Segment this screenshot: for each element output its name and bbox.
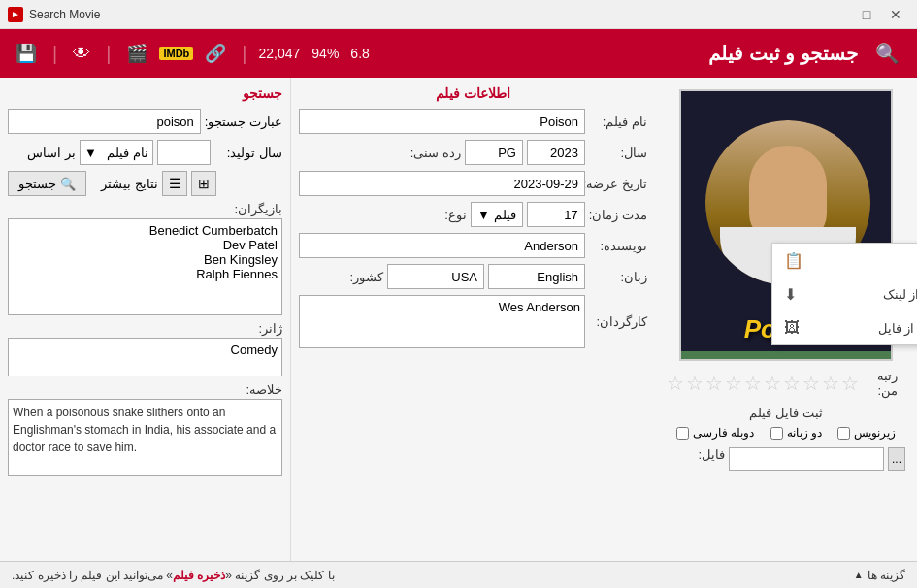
star-7[interactable]: ☆ — [783, 372, 801, 395]
basis-chevron-icon: ▼ — [84, 146, 97, 160]
form-row-rating-year: سال: رده سنی: — [299, 140, 647, 165]
file-label: فایل: — [667, 447, 725, 471]
context-download[interactable]: دانلود از لینک ⬇ — [772, 278, 917, 311]
actor-item: Benedict Cumberbatch — [13, 223, 278, 238]
form-row-type-dur: مدت زمان: فیلم ▼ نوع: — [299, 202, 647, 227]
duration-input[interactable] — [527, 202, 585, 227]
poster-panel: Poison Paste 📋 دانلود از لینک ⬇ انتخاب ا… — [655, 78, 917, 561]
actor-item: Dev Patel — [13, 238, 278, 252]
save-film-link[interactable]: ذخیره فیلم — [173, 569, 225, 582]
film-info-header: اطلاعات فیلم — [299, 85, 647, 101]
dual-lang-checkbox[interactable] — [770, 427, 783, 440]
year-search-input[interactable] — [157, 140, 211, 165]
year-label: سال: — [589, 146, 647, 160]
search-panel: جستجو عبارت جستجو: سال تولید: نام فیلم ▼… — [0, 78, 291, 561]
grid-view-button[interactable]: ⊞ — [191, 171, 216, 196]
country-label: کشور: — [325, 270, 383, 284]
stat-percent: 94% — [311, 46, 339, 61]
context-select-file[interactable]: انتخاب از فایل 🖼 — [772, 311, 917, 344]
select-file-label: انتخاب از فایل — [878, 321, 917, 336]
summary-section: خلاصه: When a poisonous snake slithers o… — [8, 382, 282, 476]
toolbar-title: جستجو و ثبت فیلم — [708, 42, 858, 65]
search-button[interactable]: 🔍 جستجو — [8, 171, 86, 196]
writer-label: نویسنده: — [589, 239, 647, 253]
close-button[interactable]: ✕ — [882, 5, 909, 24]
rating-label: رده سنی: — [403, 146, 461, 160]
star-1[interactable]: ☆ — [667, 372, 684, 395]
stars-container: ☆ ☆ ☆ ☆ ☆ ☆ ☆ ☆ ☆ ☆ — [667, 372, 859, 395]
form-row-country-lang: زبان: کشور: — [299, 264, 647, 289]
basis-value: نام فیلم — [107, 146, 148, 160]
type-chevron-icon: ▼ — [477, 208, 490, 222]
writer-input[interactable] — [299, 233, 585, 258]
actors-section: بازیگران: Benedict Cumberbatch Dev Patel… — [8, 202, 282, 315]
year-input[interactable] — [527, 140, 585, 165]
director-label: کارگردان: — [589, 314, 647, 329]
search-header: جستجو — [8, 85, 282, 101]
summary-label: خلاصه: — [8, 382, 282, 397]
context-menu: Paste 📋 دانلود از لینک ⬇ انتخاب از فایل … — [771, 243, 917, 345]
maximize-button[interactable]: □ — [853, 5, 880, 24]
search-year-row: سال تولید: نام فیلم ▼ بر اساس — [8, 140, 282, 165]
persian-dub-checkbox[interactable] — [676, 427, 689, 440]
file-input-row: ... فایل: — [667, 447, 905, 471]
actors-list: Benedict Cumberbatch Dev Patel Ben Kings… — [8, 218, 282, 315]
star-9[interactable]: ☆ — [822, 372, 839, 395]
right-panels: اطلاعات فیلم نام فیلم: سال: رده سنی: تار… — [0, 78, 655, 561]
type-value: فیلم — [494, 208, 516, 222]
rating-input[interactable] — [465, 140, 523, 165]
browse-button[interactable]: ... — [888, 447, 905, 471]
subtitle-checkbox[interactable] — [837, 427, 850, 440]
search-btn-icon: 🔍 — [60, 177, 76, 191]
search-btn-row: ⊞ ☰ نتایج بیشتر 🔍 جستجو — [8, 171, 282, 196]
language-label: زبان: — [589, 270, 647, 284]
file-path-input[interactable] — [729, 447, 884, 471]
genre-section: ژانر: Comedy — [8, 321, 282, 376]
context-paste[interactable]: Paste 📋 — [772, 244, 917, 278]
release-input[interactable] — [299, 171, 585, 196]
results-icons: ⊞ ☰ — [162, 171, 216, 196]
search-phrase-input[interactable] — [8, 109, 201, 134]
search-phrase-row: عبارت جستجو: — [8, 109, 282, 134]
summary-text: When a poisonous snake slithers onto an … — [8, 399, 282, 476]
genre-label: ژانر: — [8, 321, 282, 336]
basis-dropdown[interactable]: نام فیلم ▼ — [80, 140, 153, 165]
star-10[interactable]: ☆ — [841, 372, 859, 395]
toolbar-eye-icon[interactable]: 👁 — [69, 40, 94, 68]
country-input[interactable] — [387, 264, 484, 289]
form-panel: اطلاعات فیلم نام فیلم: سال: رده سنی: تار… — [291, 78, 655, 561]
imdb-badge[interactable]: IMDb — [159, 47, 193, 60]
paste-icon: 📋 — [784, 251, 803, 270]
toolbar-video-icon[interactable]: 🎬 — [122, 39, 151, 68]
stat-count: 22,047 — [259, 46, 301, 61]
main-content: Poison Paste 📋 دانلود از لینک ⬇ انتخاب ا… — [0, 78, 917, 561]
persian-dub-checkbox-item: دوبله فارسی — [676, 426, 754, 440]
list-view-button[interactable]: ☰ — [162, 171, 187, 196]
download-icon: ⬇ — [784, 285, 797, 304]
minimize-button[interactable]: — — [824, 5, 851, 24]
toolbar-save-icon[interactable]: 💾 — [12, 39, 41, 68]
star-2[interactable]: ☆ — [686, 372, 704, 395]
star-8[interactable]: ☆ — [802, 372, 820, 395]
app-icon: ► — [8, 7, 23, 22]
toolbar-link-icon[interactable]: 🔗 — [201, 39, 230, 68]
type-dropdown[interactable]: فیلم ▼ — [471, 202, 523, 227]
director-textarea[interactable]: Wes Anderson — [299, 295, 585, 348]
search-btn-label: جستجو — [18, 177, 56, 191]
options-label: گزینه ها — [868, 569, 905, 582]
options-button[interactable]: گزینه ها ▲ — [854, 569, 905, 582]
persian-dub-label: دوبله فارسی — [693, 426, 754, 440]
status-bar: گزینه ها ▲ با کلیک بر روی گزینه «ذخیره ف… — [0, 561, 917, 588]
genre-display: Comedy — [8, 338, 282, 376]
movie-name-input[interactable] — [299, 109, 585, 134]
toolbar-search-icon[interactable]: 🔍 — [875, 42, 900, 65]
star-4[interactable]: ☆ — [725, 372, 742, 395]
name-label: نام فیلم: — [589, 114, 647, 129]
language-input[interactable] — [488, 264, 585, 289]
star-3[interactable]: ☆ — [705, 372, 723, 395]
star-5[interactable]: ☆ — [744, 372, 762, 395]
star-6[interactable]: ☆ — [764, 372, 781, 395]
options-arrow-icon: ▲ — [854, 570, 864, 580]
form-row-director: کارگردان: Wes Anderson — [299, 295, 647, 348]
toolbar-divider2: | — [106, 43, 111, 65]
